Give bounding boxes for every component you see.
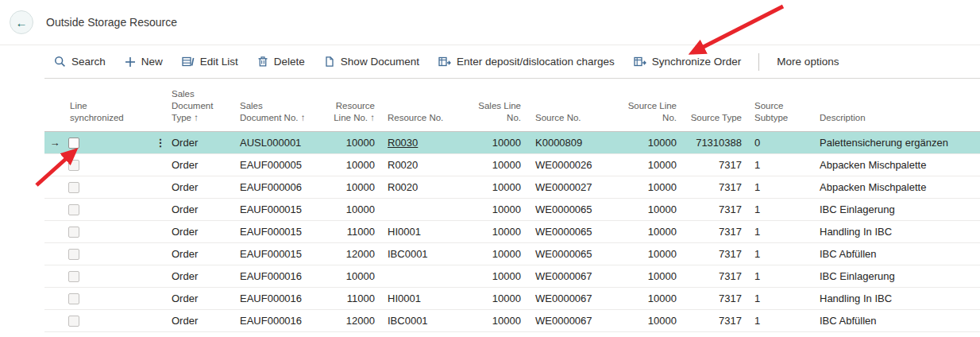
source-subtype-cell[interactable]: 1: [747, 226, 815, 238]
line-synchronized-checkbox[interactable]: [68, 138, 79, 149]
source-type-cell[interactable]: 7317: [681, 203, 747, 215]
description-cell[interactable]: Abpacken Mischpalette: [815, 159, 980, 171]
sales-document-no-cell[interactable]: EAUF000015: [235, 203, 311, 215]
source-subtype-cell[interactable]: 1: [747, 181, 815, 193]
description-cell[interactable]: IBC Abfüllen: [815, 315, 980, 327]
sales-document-type-cell[interactable]: Order: [167, 315, 235, 327]
edit-list-button[interactable]: Edit List: [172, 45, 248, 78]
source-type-cell[interactable]: 7317: [681, 270, 747, 282]
line-synchronized-checkbox[interactable]: [68, 204, 79, 215]
resource-no-cell[interactable]: R0030: [380, 137, 451, 149]
source-no-cell[interactable]: K0000809: [526, 137, 612, 149]
sales-line-no-cell[interactable]: 10000: [451, 248, 526, 260]
more-options-button[interactable]: More options: [767, 45, 848, 78]
description-cell[interactable]: Abpacken Mischpalette: [815, 181, 980, 193]
column-header-line-synchronized[interactable]: Line synchronized: [65, 79, 154, 131]
resource-line-no-cell[interactable]: 10000: [311, 159, 380, 171]
resource-line-no-cell[interactable]: 11000: [311, 292, 380, 304]
source-line-no-cell[interactable]: 10000: [612, 270, 681, 282]
sales-line-no-cell[interactable]: 10000: [451, 181, 526, 193]
show-document-button[interactable]: Show Document: [314, 45, 429, 78]
column-header-source-line-no[interactable]: Source Line No.: [612, 79, 681, 131]
source-type-cell[interactable]: 7317: [681, 248, 747, 260]
line-synchronized-cell[interactable]: [65, 271, 154, 282]
source-no-cell[interactable]: WE0000027: [526, 181, 612, 193]
line-synchronized-cell[interactable]: [65, 249, 154, 260]
source-subtype-cell[interactable]: 1: [747, 203, 815, 215]
sales-document-type-cell[interactable]: Order: [167, 270, 235, 282]
column-header-sales-document-type[interactable]: Sales Document Type ↑: [167, 79, 235, 131]
column-header-sales-line-no[interactable]: Sales Line No.: [451, 79, 526, 131]
back-button[interactable]: ←: [10, 10, 33, 34]
line-synchronized-checkbox[interactable]: [68, 160, 79, 171]
column-header-source-subtype[interactable]: Source Subtype: [747, 79, 815, 131]
table-row[interactable]: → ⋮ Order EAUF000005 10000 R0020 10000 W…: [44, 154, 980, 176]
sales-document-type-cell[interactable]: Order: [167, 292, 235, 304]
sales-line-no-cell[interactable]: 10000: [451, 292, 526, 304]
row-menu-icon[interactable]: ⋮: [154, 137, 167, 149]
resource-line-no-cell[interactable]: 12000: [311, 248, 380, 260]
table-row[interactable]: → ⋮ Order EAUF000016 10000 10000 WE00000…: [44, 265, 980, 288]
sales-document-no-cell[interactable]: EAUF000016: [235, 270, 311, 282]
source-line-no-cell[interactable]: 10000: [612, 181, 681, 193]
sales-document-type-cell[interactable]: Order: [167, 181, 235, 193]
synchronize-order-button[interactable]: Synchronize Order: [624, 45, 751, 78]
line-synchronized-cell[interactable]: [65, 160, 154, 171]
table-row[interactable]: → ⋮ Order AUSL000001 10000 R0030 10000 K…: [44, 132, 980, 154]
resource-no-cell[interactable]: R0020: [380, 181, 451, 193]
source-no-cell[interactable]: WE0000065: [526, 203, 612, 215]
line-synchronized-cell[interactable]: [65, 182, 154, 193]
column-header-sales-document-no[interactable]: Sales Document No. ↑: [235, 79, 311, 131]
resource-no-cell[interactable]: HI0001: [380, 226, 451, 238]
description-cell[interactable]: IBC Einlagerung: [815, 203, 980, 215]
column-header-source-no[interactable]: Source No.: [526, 79, 612, 131]
source-line-no-cell[interactable]: 10000: [612, 137, 681, 149]
source-line-no-cell[interactable]: 10000: [612, 159, 681, 171]
line-synchronized-cell[interactable]: [65, 204, 154, 215]
sales-document-type-cell[interactable]: Order: [167, 226, 235, 238]
sales-line-no-cell[interactable]: 10000: [451, 226, 526, 238]
column-header-description[interactable]: Description: [815, 79, 980, 131]
source-subtype-cell[interactable]: 1: [747, 270, 815, 282]
column-header-resource-no[interactable]: Resource No.: [380, 79, 451, 131]
sales-document-no-cell[interactable]: AUSL000001: [235, 137, 311, 149]
resource-no-cell[interactable]: IBC0001: [380, 248, 451, 260]
source-line-no-cell[interactable]: 10000: [612, 292, 681, 304]
source-subtype-cell[interactable]: 1: [747, 292, 815, 304]
description-cell[interactable]: Handling In IBC: [815, 292, 980, 304]
sales-document-no-cell[interactable]: EAUF000005: [235, 159, 311, 171]
delete-button[interactable]: Delete: [248, 45, 314, 78]
resource-line-no-cell[interactable]: 12000: [311, 315, 380, 327]
table-row[interactable]: → ⋮ Order EAUF000015 12000 IBC0001 10000…: [44, 243, 980, 265]
source-line-no-cell[interactable]: 10000: [612, 248, 681, 260]
source-no-cell[interactable]: WE0000067: [526, 292, 612, 304]
source-subtype-cell[interactable]: 1: [747, 159, 815, 171]
resource-no-cell[interactable]: IBC0001: [380, 315, 451, 327]
line-synchronized-checkbox[interactable]: [68, 182, 79, 193]
sales-document-no-cell[interactable]: EAUF000016: [235, 292, 311, 304]
line-synchronized-checkbox[interactable]: [68, 293, 79, 304]
line-synchronized-cell[interactable]: [65, 227, 154, 238]
table-row[interactable]: → ⋮ Order EAUF000006 10000 R0020 10000 W…: [44, 176, 980, 199]
sales-document-type-cell[interactable]: Order: [167, 137, 235, 149]
resource-no-cell[interactable]: R0020: [380, 159, 451, 171]
sales-document-no-cell[interactable]: EAUF000016: [235, 315, 311, 327]
sales-document-no-cell[interactable]: EAUF000006: [235, 181, 311, 193]
sales-document-type-cell[interactable]: Order: [167, 203, 235, 215]
source-subtype-cell[interactable]: 1: [747, 248, 815, 260]
source-no-cell[interactable]: WE0000026: [526, 159, 612, 171]
source-type-cell[interactable]: 7317: [681, 315, 747, 327]
line-synchronized-cell[interactable]: [65, 293, 154, 304]
table-row[interactable]: → ⋮ Order EAUF000015 11000 HI0001 10000 …: [44, 221, 980, 243]
line-synchronized-cell[interactable]: [65, 138, 154, 149]
line-synchronized-checkbox[interactable]: [68, 227, 79, 238]
sales-line-no-cell[interactable]: 10000: [451, 159, 526, 171]
table-row[interactable]: → ⋮ Order EAUF000016 11000 HI0001 10000 …: [44, 288, 980, 310]
sales-document-no-cell[interactable]: EAUF000015: [235, 248, 311, 260]
sales-line-no-cell[interactable]: 10000: [451, 137, 526, 149]
sales-line-no-cell[interactable]: 10000: [451, 203, 526, 215]
table-row[interactable]: → ⋮ Order EAUF000016 12000 IBC0001 10000…: [44, 310, 980, 332]
source-line-no-cell[interactable]: 10000: [612, 203, 681, 215]
new-button[interactable]: New: [115, 45, 172, 78]
sales-document-no-cell[interactable]: EAUF000015: [235, 226, 311, 238]
